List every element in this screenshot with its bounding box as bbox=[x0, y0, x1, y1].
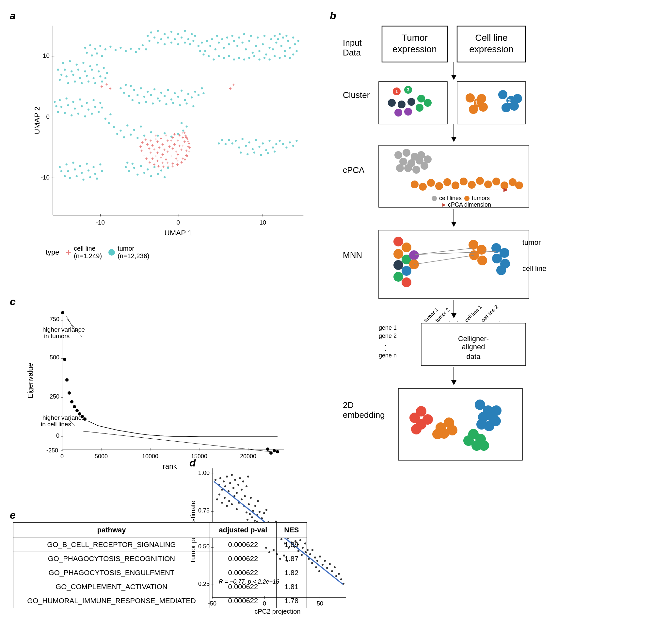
svg-point-118 bbox=[72, 74, 74, 76]
svg-point-143 bbox=[74, 108, 76, 110]
svg-point-148 bbox=[64, 112, 66, 114]
svg-point-119 bbox=[79, 77, 81, 79]
svg-point-134 bbox=[57, 69, 59, 71]
svg-point-146 bbox=[94, 106, 96, 108]
svg-point-279 bbox=[104, 118, 106, 120]
svg-point-149 bbox=[71, 114, 72, 116]
table-row: GO_PHAGOCYTOSIS_RECOGNITION 0.000622 1.8… bbox=[14, 552, 307, 566]
cell-line-label: cell line(n=1,249) bbox=[74, 245, 102, 260]
svg-point-39 bbox=[215, 48, 216, 50]
svg-point-591 bbox=[215, 479, 216, 481]
svg-text:+: + bbox=[176, 162, 179, 167]
svg-text:+: + bbox=[168, 144, 171, 149]
svg-point-232 bbox=[74, 168, 76, 170]
svg-point-464 bbox=[402, 277, 411, 287]
svg-text:+: + bbox=[151, 156, 154, 161]
svg-text:expression: expression bbox=[469, 44, 513, 54]
svg-point-163 bbox=[167, 89, 169, 91]
pval-column-header: adjusted p-val bbox=[210, 523, 276, 538]
svg-point-198 bbox=[255, 139, 257, 141]
svg-point-152 bbox=[91, 113, 93, 115]
svg-point-103 bbox=[149, 40, 150, 42]
svg-point-282 bbox=[89, 44, 91, 46]
svg-text:+: + bbox=[161, 142, 164, 147]
panel-a-label: a bbox=[10, 10, 16, 22]
svg-point-564 bbox=[276, 450, 279, 453]
svg-point-429 bbox=[424, 155, 432, 163]
svg-point-137 bbox=[72, 101, 74, 103]
svg-point-90 bbox=[167, 36, 169, 39]
svg-point-601 bbox=[233, 487, 235, 489]
svg-point-121 bbox=[92, 77, 94, 79]
svg-point-80 bbox=[201, 42, 203, 43]
svg-point-91 bbox=[174, 38, 176, 40]
svg-point-183 bbox=[152, 102, 154, 104]
svg-point-178 bbox=[197, 94, 199, 96]
svg-point-187 bbox=[179, 104, 181, 106]
svg-text:+: + bbox=[154, 153, 157, 158]
svg-text:+: + bbox=[173, 142, 176, 147]
svg-text:250: 250 bbox=[50, 393, 59, 400]
svg-point-247 bbox=[147, 168, 149, 170]
svg-point-424 bbox=[404, 164, 412, 172]
svg-point-227 bbox=[79, 165, 81, 167]
svg-text:2: 2 bbox=[508, 98, 511, 104]
svg-point-241 bbox=[96, 178, 98, 179]
svg-point-50 bbox=[257, 36, 259, 39]
svg-point-199 bbox=[262, 142, 264, 144]
svg-point-276 bbox=[186, 125, 188, 127]
svg-point-205 bbox=[265, 149, 267, 151]
svg-point-31 bbox=[287, 40, 289, 42]
svg-text:cPCA: cPCA bbox=[343, 165, 365, 175]
panel-e: e pathway adjusted p-val NES GO_B_CELL_R… bbox=[10, 509, 323, 634]
svg-point-96 bbox=[170, 42, 172, 43]
svg-point-563 bbox=[273, 449, 276, 452]
svg-point-142 bbox=[67, 104, 69, 106]
svg-point-240 bbox=[89, 176, 91, 178]
svg-point-202 bbox=[245, 145, 247, 147]
svg-point-288 bbox=[120, 47, 121, 49]
svg-point-214 bbox=[231, 142, 233, 144]
svg-point-56 bbox=[292, 36, 294, 39]
svg-text:-10: -10 bbox=[41, 174, 50, 181]
svg-point-461 bbox=[393, 260, 403, 270]
svg-text:cell line 2: cell line 2 bbox=[480, 304, 499, 323]
svg-point-608 bbox=[244, 495, 246, 497]
svg-point-78 bbox=[199, 50, 201, 52]
svg-point-602 bbox=[234, 479, 236, 481]
svg-point-207 bbox=[275, 143, 277, 145]
svg-point-57 bbox=[297, 40, 299, 42]
svg-text:1: 1 bbox=[475, 100, 478, 105]
svg-point-116 bbox=[98, 70, 100, 72]
svg-point-666 bbox=[331, 570, 333, 572]
svg-point-67 bbox=[253, 55, 255, 57]
svg-point-664 bbox=[326, 567, 328, 569]
svg-point-156 bbox=[55, 105, 57, 107]
svg-point-611 bbox=[216, 498, 218, 500]
svg-point-111 bbox=[64, 69, 66, 71]
svg-point-285 bbox=[104, 48, 106, 50]
svg-text:gene 1: gene 1 bbox=[379, 324, 397, 331]
svg-point-562 bbox=[269, 451, 273, 455]
svg-text:1: 1 bbox=[395, 89, 398, 94]
svg-text:Celligner-: Celligner- bbox=[458, 335, 489, 343]
svg-point-458 bbox=[402, 243, 411, 252]
svg-point-113 bbox=[77, 69, 79, 71]
svg-point-292 bbox=[138, 48, 140, 50]
svg-point-48 bbox=[243, 33, 245, 35]
svg-point-35 bbox=[233, 40, 235, 42]
svg-point-98 bbox=[184, 42, 186, 43]
svg-point-398 bbox=[416, 104, 424, 112]
svg-point-289 bbox=[125, 50, 127, 52]
svg-point-435 bbox=[452, 181, 459, 189]
svg-point-400 bbox=[424, 99, 432, 107]
svg-text:+: + bbox=[177, 138, 179, 143]
svg-text:0: 0 bbox=[46, 113, 49, 120]
svg-point-556 bbox=[73, 405, 76, 408]
svg-line-572 bbox=[83, 431, 271, 452]
svg-point-167 bbox=[194, 91, 196, 93]
svg-text:cell lines: cell lines bbox=[439, 195, 462, 201]
svg-point-428 bbox=[417, 151, 425, 159]
svg-point-237 bbox=[69, 177, 71, 179]
svg-point-60 bbox=[289, 57, 291, 59]
